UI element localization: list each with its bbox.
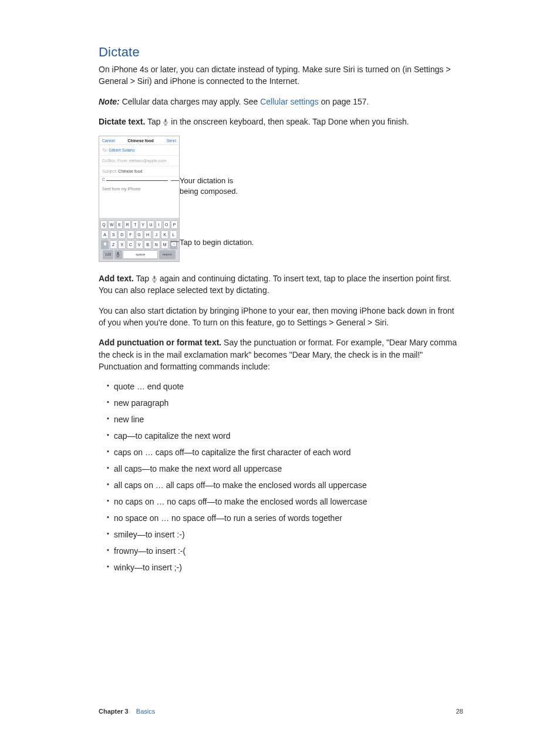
add-text-paragraph: Add text. Tap again and continuing dicta… <box>99 273 463 297</box>
key-g: G <box>136 230 143 239</box>
key-h: H <box>144 230 151 239</box>
list-item: all caps—to make the next word all upper… <box>107 463 463 475</box>
list-item: caps on … caps off—to capitalize the fir… <box>107 446 463 459</box>
key-u: U <box>147 220 154 229</box>
microphone-icon <box>151 275 157 283</box>
keyboard-row-3: Z X C V B N M <box>100 240 178 249</box>
dictate-text-before: Tap <box>145 117 163 126</box>
list-item: smiley—to insert :-) <box>107 529 463 541</box>
subject-row: Subject: Chinese food <box>99 166 179 177</box>
list-item: quote … end quote <box>107 381 463 393</box>
to-label: To: <box>102 148 107 152</box>
ear-dictation-paragraph: You can also start dictation by bringing… <box>99 305 463 329</box>
note-label: Note: <box>99 97 120 106</box>
key-x: X <box>118 240 126 249</box>
keyboard-row-1: Q W E R T Y U I O P <box>100 220 178 229</box>
key-m: M <box>161 240 168 249</box>
list-item: no space on … no space off—to run a seri… <box>107 512 463 525</box>
signature-text: Sent from my iPhone <box>102 187 176 191</box>
page-footer: Chapter 3 Basics 28 <box>99 708 463 715</box>
key-j: J <box>153 230 160 239</box>
callout-line-2 <box>171 241 179 242</box>
key-n: N <box>153 240 160 249</box>
return-key: return <box>159 250 176 259</box>
key-e: E <box>116 220 123 229</box>
chapter-name: Basics <box>136 708 155 715</box>
keyboard-row-4: 123 space return <box>100 250 178 259</box>
key-k: K <box>161 230 168 239</box>
list-item: no caps on … no caps off—to make the enc… <box>107 496 463 508</box>
dictation-key <box>114 250 122 259</box>
key-a: A <box>101 230 109 239</box>
note-paragraph: Note: Cellular data charges may apply. S… <box>99 96 463 107</box>
dictation-underline <box>106 180 168 181</box>
key-p: P <box>171 220 178 229</box>
key-r: R <box>124 220 131 229</box>
key-l: L <box>170 230 177 239</box>
dictation-figure: Cancel Chinese food Send To: Gilbert Sol… <box>99 136 463 262</box>
page-number: 28 <box>456 708 463 715</box>
key-i: I <box>156 220 163 229</box>
cancel-button: Cancel <box>102 139 115 143</box>
key-w: W <box>108 220 115 229</box>
phone-mockup: Cancel Chinese food Send To: Gilbert Sol… <box>99 136 180 262</box>
shift-key <box>101 240 109 249</box>
key-v: V <box>136 240 143 249</box>
compose-body: C Sent from my iPhone <box>99 177 179 218</box>
key-q: Q <box>100 220 107 229</box>
callout-compose: Your dictation is being composed. <box>180 176 238 196</box>
send-button: Send <box>167 139 176 143</box>
dictate-text-label: Dictate text. <box>99 117 145 126</box>
note-text-b: on page 157. <box>319 97 369 106</box>
note-text-a: Cellular data charges may apply. See <box>120 97 260 106</box>
section-heading: Dictate <box>99 45 463 60</box>
list-item: new line <box>107 413 463 426</box>
add-text-label: Add text. <box>99 274 134 283</box>
to-row: To: Gilbert Solano <box>99 145 179 156</box>
numbers-key: 123 <box>103 250 113 259</box>
list-item: winky—to insert ;-) <box>107 562 463 574</box>
subject-value: Chinese food <box>118 169 142 173</box>
list-item: all caps on … all caps off—to make the e… <box>107 479 463 492</box>
list-item: cap—to capitalize the next word <box>107 430 463 442</box>
key-c: C <box>127 240 134 249</box>
key-b: B <box>144 240 151 249</box>
list-item: frowny—to insert :-( <box>107 545 463 557</box>
key-t: T <box>131 220 139 229</box>
callout-line-1 <box>171 180 179 181</box>
key-y: Y <box>140 220 147 229</box>
callout-compose-line1: Your dictation is <box>180 176 233 185</box>
key-f: F <box>127 230 134 239</box>
dictate-text-after: in the onscreen keyboard, then speak. Ta… <box>168 117 409 126</box>
cc-label: Cc/Bcc, From: etetano@apple.com <box>102 159 166 163</box>
body-prefix: C <box>102 177 105 181</box>
list-item: new paragraph <box>107 397 463 409</box>
key-s: S <box>110 230 117 239</box>
space-key: space <box>123 250 158 259</box>
keyboard-row-2: A S D F G H J K L <box>100 230 178 239</box>
commands-list: quote … end quote new paragraph new line… <box>99 381 463 574</box>
punctuation-label: Add punctuation or format text. <box>99 338 221 347</box>
cellular-settings-link[interactable]: Cellular settings <box>260 97 319 106</box>
svg-rect-0 <box>165 119 167 122</box>
punctuation-paragraph: Add punctuation or format text. Say the … <box>99 337 463 372</box>
add-text-before: Tap <box>134 274 151 283</box>
key-o: O <box>163 220 170 229</box>
svg-rect-6 <box>153 276 155 280</box>
onscreen-keyboard: Q W E R T Y U I O P A S D F G H <box>99 218 179 261</box>
intro-paragraph: On iPhone 4s or later, you can dictate i… <box>99 63 463 88</box>
key-d: D <box>118 230 126 239</box>
cc-row: Cc/Bcc, From: etetano@apple.com <box>99 156 179 166</box>
chapter-label: Chapter 3 <box>99 708 129 715</box>
microphone-icon <box>163 119 168 126</box>
key-z: Z <box>110 240 117 249</box>
callout-compose-line2: being composed. <box>180 187 238 196</box>
callout-mic: Tap to begin dictation. <box>180 237 254 248</box>
to-value: Gilbert Solano <box>109 148 134 152</box>
dictate-text-paragraph: Dictate text. Tap in the onscreen keyboa… <box>99 116 463 127</box>
subject-label: Subject: <box>102 169 117 173</box>
compose-title: Chinese food <box>128 139 154 143</box>
svg-rect-3 <box>117 252 119 255</box>
